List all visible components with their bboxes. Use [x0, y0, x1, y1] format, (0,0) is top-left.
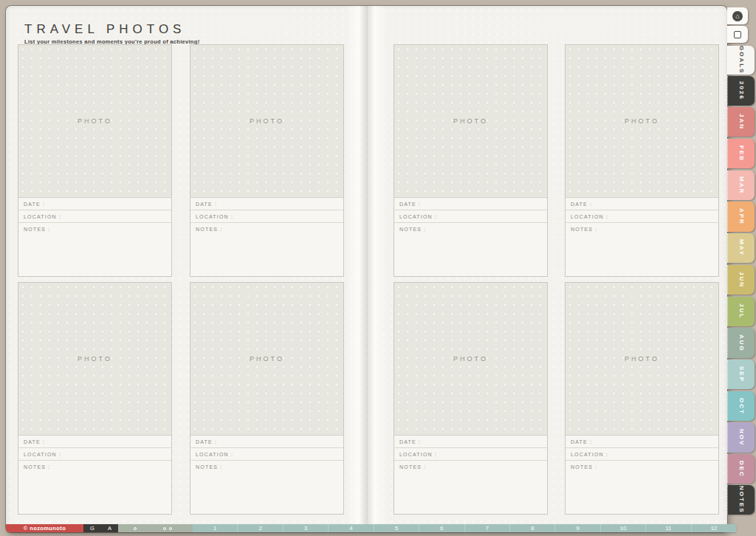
planner-app: { "header": { "title": "TRAVEL PHOTOS", … [0, 0, 756, 536]
date-field[interactable]: DATE : [190, 436, 343, 448]
photo-placeholder[interactable]: PHOTO [566, 45, 718, 198]
footer-month-3[interactable]: 3 [283, 524, 328, 532]
tab-sep[interactable]: SEP [727, 360, 755, 389]
photo-card: PHOTO DATE : LOCATION : NOTES : [190, 44, 344, 277]
notes-label: NOTES : [399, 227, 426, 232]
notes-label: NOTES : [24, 464, 50, 470]
footer-month-9[interactable]: 9 [554, 524, 599, 532]
date-label: DATE : [24, 439, 45, 444]
location-field[interactable]: LOCATION : [18, 210, 171, 223]
page-view-icon [734, 31, 741, 38]
notes-field[interactable]: NOTES : [394, 461, 547, 515]
footer-month-10[interactable]: 10 [600, 524, 645, 532]
date-field[interactable]: DATE : [566, 436, 718, 448]
photo-placeholder-label: PHOTO [78, 117, 112, 125]
tab-dec[interactable]: DEC [727, 454, 755, 484]
date-label: DATE : [196, 202, 217, 207]
notes-field[interactable]: NOTES : [190, 461, 343, 515]
location-label: LOCATION : [24, 452, 61, 457]
photo-placeholder-label: PHOTO [625, 117, 659, 125]
quick-link-annual[interactable]: A [108, 524, 111, 532]
tab-notes[interactable]: NOTES [727, 485, 755, 515]
footer-month-7[interactable]: 7 [464, 524, 509, 532]
tab-jan[interactable]: JAN [727, 107, 755, 137]
date-label: DATE : [399, 202, 421, 207]
tab-nov[interactable]: NOV [727, 422, 755, 453]
photo-placeholder-label: PHOTO [625, 355, 659, 363]
location-field[interactable]: LOCATION : [190, 448, 343, 461]
location-label: LOCATION : [24, 214, 61, 219]
notes-label: NOTES : [24, 227, 50, 232]
notes-field[interactable]: NOTES : [190, 223, 343, 277]
page-view-tab[interactable] [727, 26, 748, 43]
date-field[interactable]: DATE : [394, 198, 547, 210]
footer-month-5[interactable]: 5 [374, 524, 419, 532]
photo-card: PHOTO DATE : LOCATION : NOTES : [190, 282, 344, 515]
photo-placeholder[interactable]: PHOTO [18, 283, 171, 436]
date-field[interactable]: DATE : [190, 198, 343, 210]
date-field[interactable]: DATE : [566, 198, 718, 210]
date-field[interactable]: DATE : [18, 198, 171, 210]
tab-mar[interactable]: MAR [727, 171, 755, 200]
notes-field[interactable]: NOTES : [566, 223, 718, 277]
date-field[interactable]: DATE : [18, 436, 171, 448]
photo-card: PHOTO DATE : LOCATION : NOTES : [18, 44, 172, 277]
overview-dot[interactable] [134, 527, 137, 530]
tab-feb[interactable]: FEB [727, 139, 755, 168]
photo-card: PHOTO DATE : LOCATION : NOTES : [394, 282, 548, 515]
footer-month-11[interactable]: 11 [645, 524, 690, 532]
location-field[interactable]: LOCATION : [190, 210, 343, 223]
location-label: LOCATION : [399, 214, 437, 219]
location-field[interactable]: LOCATION : [394, 448, 547, 461]
notes-label: NOTES : [399, 464, 426, 470]
quick-links: G A [83, 524, 118, 532]
tab-mar-label: MAR [738, 176, 745, 194]
notes-field[interactable]: NOTES : [566, 461, 718, 515]
tab-dec-label: DEC [738, 461, 745, 478]
location-field[interactable]: LOCATION : [566, 448, 718, 461]
photo-placeholder[interactable]: PHOTO [394, 283, 547, 436]
footer-month-2[interactable]: 2 [237, 524, 282, 532]
tab-jul[interactable]: JUL [727, 297, 755, 326]
tab-may[interactable]: MAY [727, 233, 755, 263]
date-label: DATE : [24, 202, 45, 207]
home-tab[interactable]: ⌂ [727, 7, 748, 24]
overview-dot[interactable] [169, 527, 172, 530]
notes-field[interactable]: NOTES : [18, 461, 171, 515]
footer-month-6[interactable]: 6 [419, 524, 464, 532]
tab-oct-label: OCT [738, 398, 745, 415]
tab-aug[interactable]: AUG [727, 328, 755, 358]
notes-field[interactable]: NOTES : [18, 223, 171, 277]
footer-month-1[interactable]: 1 [193, 524, 237, 532]
photo-placeholder[interactable]: PHOTO [190, 45, 343, 198]
footer-month-12[interactable]: 12 [691, 524, 736, 532]
location-field[interactable]: LOCATION : [18, 448, 171, 461]
photo-placeholder[interactable]: PHOTO [394, 45, 547, 198]
footer-month-4[interactable]: 4 [328, 524, 373, 532]
tab-jul-label: JUL [738, 303, 745, 319]
location-field[interactable]: LOCATION : [394, 210, 547, 223]
tab-oct[interactable]: OCT [727, 391, 755, 421]
photo-card: PHOTO DATE : LOCATION : NOTES : [565, 282, 719, 515]
location-field[interactable]: LOCATION : [566, 210, 718, 223]
footer-month-8[interactable]: 8 [509, 524, 554, 532]
photo-placeholder[interactable]: PHOTO [190, 283, 343, 436]
tab-apr[interactable]: APR [727, 202, 755, 232]
tab-jun[interactable]: JUN [727, 265, 755, 295]
notes-field[interactable]: NOTES : [394, 223, 547, 277]
date-field[interactable]: DATE : [394, 436, 547, 448]
page-title: TRAVEL PHOTOS [24, 22, 185, 37]
photo-card: PHOTO DATE : LOCATION : NOTES : [394, 44, 548, 277]
tab-goals[interactable]: GOALS [727, 46, 755, 75]
location-label: LOCATION : [196, 452, 233, 457]
location-label: LOCATION : [571, 214, 608, 219]
quick-link-goals[interactable]: G [90, 524, 94, 532]
photo-placeholder[interactable]: PHOTO [18, 45, 171, 198]
tab-feb-label: FEB [738, 145, 745, 162]
overview-dot[interactable] [163, 527, 166, 530]
date-label: DATE : [571, 439, 592, 444]
home-icon: ⌂ [732, 11, 743, 21]
photo-card: PHOTO DATE : LOCATION : NOTES : [565, 44, 719, 277]
photo-placeholder[interactable]: PHOTO [566, 283, 718, 436]
tab-2026[interactable]: 2026 [727, 76, 755, 106]
